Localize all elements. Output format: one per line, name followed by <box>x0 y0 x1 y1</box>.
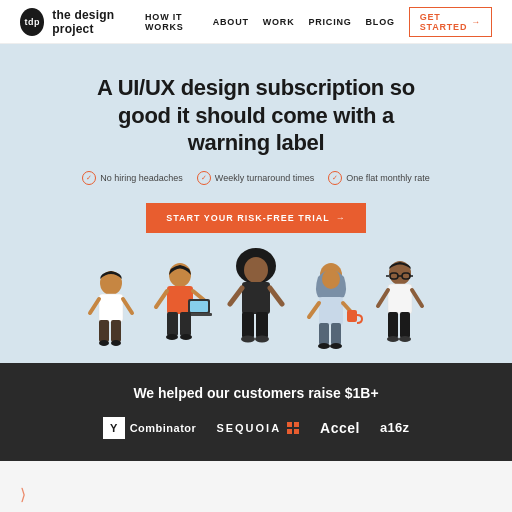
svg-rect-13 <box>190 301 208 312</box>
svg-rect-54 <box>294 429 299 434</box>
logos-row: Y Combinator SEQUOIA Accel a16z <box>20 417 492 439</box>
character-1 <box>80 263 142 363</box>
nav-link-how[interactable]: HOW IT WORKS <box>145 12 199 32</box>
hero-badge-2: ✓ One flat monthly rate <box>328 171 430 185</box>
svg-rect-24 <box>242 312 254 338</box>
sequoia-label: SEQUOIA <box>216 422 281 434</box>
nav-link-pricing[interactable]: PRICING <box>308 17 351 27</box>
hero-badge-0: ✓ No hiring headaches <box>82 171 183 185</box>
svg-line-3 <box>123 299 132 313</box>
svg-rect-48 <box>400 312 410 338</box>
accel-label: Accel <box>320 420 360 436</box>
svg-rect-15 <box>167 312 178 336</box>
character-5 <box>368 253 432 363</box>
svg-line-22 <box>230 288 242 304</box>
svg-point-49 <box>387 336 399 342</box>
hero-section: A UI/UX design subscription so good it s… <box>0 44 512 363</box>
svg-line-2 <box>90 299 99 313</box>
nav-link-work[interactable]: WORK <box>263 17 295 27</box>
a16z-label: a16z <box>380 420 409 435</box>
svg-point-6 <box>99 340 109 346</box>
logo-a16z: a16z <box>380 420 409 435</box>
svg-line-31 <box>309 303 319 317</box>
svg-point-27 <box>255 335 269 342</box>
svg-point-20 <box>244 257 268 283</box>
social-proof-section: We helped our customers raise $1B+ Y Com… <box>0 363 512 461</box>
hero-badge-1: ✓ Weekly turnaround times <box>197 171 314 185</box>
svg-point-7 <box>111 340 121 346</box>
svg-rect-44 <box>388 284 412 314</box>
svg-rect-35 <box>331 323 341 345</box>
svg-rect-4 <box>99 320 109 342</box>
sequoia-icon <box>286 421 300 435</box>
nav-links: HOW IT WORKS ABOUT WORK PRICING BLOG GET… <box>145 7 492 37</box>
navbar: tdp the design project HOW IT WORKS ABOU… <box>0 0 512 44</box>
logo-sequoia: SEQUOIA <box>216 421 300 435</box>
characters-illustration <box>20 253 492 363</box>
logo-accel: Accel <box>320 420 360 436</box>
svg-line-11 <box>193 291 204 300</box>
svg-rect-25 <box>256 312 268 338</box>
svg-point-18 <box>180 334 192 340</box>
hero-cta-button[interactable]: START YOUR RISK-FREE TRIAL → <box>146 203 366 233</box>
svg-rect-33 <box>347 310 357 322</box>
character-2 <box>146 255 214 363</box>
bottom-arrow-icon: ⟩ <box>20 485 492 504</box>
svg-point-37 <box>330 343 342 349</box>
logo-badge: tdp <box>20 8 44 36</box>
svg-line-23 <box>270 288 282 304</box>
character-3 <box>218 248 294 363</box>
character-4 <box>298 255 364 363</box>
svg-point-17 <box>166 334 178 340</box>
svg-rect-53 <box>287 429 292 434</box>
svg-line-46 <box>412 290 422 306</box>
nav-cta-button[interactable]: GET STARTED → <box>409 7 492 37</box>
svg-line-10 <box>156 291 167 307</box>
logo-text: the design project <box>52 8 145 36</box>
svg-rect-1 <box>99 294 123 322</box>
logo-ycombinator: Y Combinator <box>103 417 197 439</box>
svg-line-45 <box>378 290 388 306</box>
svg-rect-5 <box>111 320 121 342</box>
svg-point-29 <box>322 269 340 289</box>
hero-title: A UI/UX design subscription so good it s… <box>86 74 426 157</box>
svg-point-26 <box>241 335 255 342</box>
bottom-section: ⟩ A diverse team of passionate UX nerds … <box>0 461 512 513</box>
svg-point-36 <box>318 343 330 349</box>
nav-link-about[interactable]: ABOUT <box>213 17 249 27</box>
check-icon-0: ✓ <box>82 171 96 185</box>
hero-badges: ✓ No hiring headaches ✓ Weekly turnaroun… <box>20 171 492 185</box>
social-proof-title: We helped our customers raise $1B+ <box>20 385 492 401</box>
check-icon-1: ✓ <box>197 171 211 185</box>
yc-label: Combinator <box>130 422 197 434</box>
check-icon-2: ✓ <box>328 171 342 185</box>
svg-rect-21 <box>242 282 270 314</box>
nav-link-blog[interactable]: BLOG <box>366 17 395 27</box>
svg-rect-16 <box>180 312 191 336</box>
svg-rect-34 <box>319 323 329 345</box>
svg-rect-47 <box>388 312 398 338</box>
yc-icon: Y <box>103 417 125 439</box>
svg-point-50 <box>399 336 411 342</box>
svg-rect-52 <box>294 422 299 427</box>
nav-logo[interactable]: tdp the design project <box>20 8 145 36</box>
svg-rect-51 <box>287 422 292 427</box>
svg-rect-30 <box>319 297 343 325</box>
